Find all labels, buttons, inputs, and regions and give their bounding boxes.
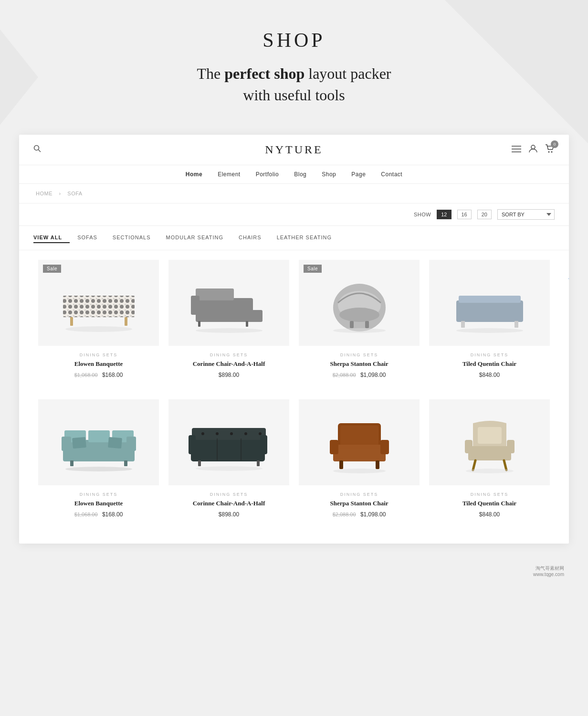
product-name-5: Elowen Banquette [38, 500, 159, 507]
filter-tab-modular[interactable]: MODULAR SEATING [166, 233, 231, 243]
filter-tab-sofas[interactable]: SOFAS [77, 233, 105, 243]
search-icon[interactable] [33, 145, 41, 154]
breadcrumb-home[interactable]: HOME [36, 191, 52, 196]
nav-right: 0 [381, 144, 555, 155]
product-price-4: $848.00 [429, 372, 550, 378]
product-price-sale-2: $898.00 [219, 372, 239, 378]
svg-rect-67 [465, 440, 472, 453]
svg-rect-16 [196, 289, 234, 300]
nav-link-element[interactable]: Element [218, 171, 241, 178]
svg-rect-11 [63, 296, 135, 317]
nav-logo: NYTURE [207, 143, 381, 156]
product-category-5: DINING SETS [38, 492, 159, 497]
svg-rect-62 [340, 426, 378, 449]
nav-link-shop[interactable]: Shop [322, 171, 336, 178]
svg-rect-55 [198, 460, 201, 466]
product-price-3: $2,088.00 $1,098.00 [299, 372, 420, 378]
filter-tab-leather[interactable]: LEATHER SEATING [277, 233, 339, 243]
svg-rect-68 [507, 440, 514, 453]
product-card-1[interactable]: Sale [33, 250, 164, 390]
product-image-5 [38, 399, 159, 485]
svg-point-57 [196, 466, 262, 471]
hero-title: SHOP [10, 29, 578, 52]
product-name-6: Corinne Chair-And-A-Half [168, 500, 289, 507]
cart-icon[interactable]: 0 [545, 144, 555, 155]
product-image-2 [168, 260, 289, 346]
product-category-2: DINING SETS [168, 353, 289, 357]
svg-point-5 [531, 145, 535, 149]
breadcrumb-separator: › [59, 191, 61, 196]
svg-point-14 [65, 326, 132, 332]
main-nav: Home Element Portfolio Blog Shop Page Co… [19, 165, 569, 184]
filter-tab-sectionals[interactable]: SECTIONALS [113, 233, 158, 243]
nav-link-contact[interactable]: Contact [381, 171, 402, 178]
bottom-watermark: 淘气哥素材网 www.tqge.com [0, 563, 588, 582]
show-label: SHOW [414, 212, 431, 217]
svg-rect-44 [191, 438, 265, 461]
product-price-8: $848.00 [429, 511, 550, 518]
sort-by-select[interactable]: SORT BY Price: Low to High Price: High t… [497, 209, 555, 220]
product-price-original-3: $2,088.00 [333, 372, 356, 378]
bottom-watermark-line1: 淘气哥素材网 [24, 565, 564, 572]
show-20-button[interactable]: 20 [477, 210, 492, 219]
svg-rect-63 [339, 460, 343, 469]
filter-tabs: VIEW ALL SOFAS SECTIONALS MODULAR SEATIN… [19, 226, 569, 250]
product-name-4: Tiled Quentin Chair [429, 360, 550, 368]
svg-point-6 [548, 151, 550, 152]
show-12-button[interactable]: 12 [437, 210, 451, 219]
product-price-2: $898.00 [168, 372, 289, 378]
cart-badge: 0 [551, 140, 558, 148]
svg-point-50 [259, 432, 262, 435]
product-image-6 [168, 399, 289, 485]
product-grid: Sale [19, 250, 569, 544]
svg-line-70 [473, 460, 475, 470]
product-card-2[interactable]: DINING SETS Corinne Chair-And-A-Half $89… [164, 250, 294, 390]
svg-rect-19 [198, 321, 200, 327]
hamburger-icon[interactable] [512, 145, 521, 155]
product-card-4[interactable]: DINING SETS Tiled Quentin Chair $848.00 … [424, 250, 555, 390]
svg-point-21 [196, 328, 262, 333]
product-image-3: Sale [299, 260, 420, 346]
svg-point-47 [216, 432, 219, 435]
watermark: ☁ AlileyUun [568, 269, 569, 282]
hero-subtitle-bold: perfect shop [224, 65, 304, 82]
product-category-3: DINING SETS [299, 353, 420, 357]
product-name-2: Corinne Chair-And-A-Half [168, 360, 289, 368]
svg-rect-29 [459, 296, 521, 303]
nav-link-home[interactable]: Home [186, 171, 202, 178]
svg-point-7 [551, 151, 553, 152]
product-price-sale-4: $848.00 [479, 372, 500, 378]
filter-tab-chairs[interactable]: CHAIRS [239, 233, 269, 243]
svg-rect-12 [70, 317, 73, 326]
product-price-6: $898.00 [168, 511, 289, 518]
toolbar: SHOW 12 16 20 SORT BY Price: Low to High… [19, 203, 569, 226]
product-category-7: DINING SETS [299, 492, 420, 497]
hero-section: SHOP The perfect shop layout packer with… [0, 0, 588, 125]
svg-rect-64 [376, 460, 379, 469]
nav-link-portfolio[interactable]: Portfolio [256, 171, 279, 178]
product-price-sale-5: $168.00 [102, 511, 123, 518]
svg-rect-66 [468, 446, 511, 460]
svg-rect-13 [125, 317, 127, 326]
shop-window: NYTURE [19, 135, 569, 544]
svg-rect-30 [461, 321, 465, 328]
page-wrapper: SHOP The perfect shop layout packer with… [0, 0, 588, 582]
svg-point-0 [34, 146, 39, 150]
sale-badge-1: Sale [43, 265, 61, 273]
product-category-4: DINING SETS [429, 353, 550, 357]
nav-link-page[interactable]: Page [351, 171, 366, 178]
product-price-sale-7: $1,098.00 [360, 511, 386, 518]
svg-point-49 [244, 432, 247, 435]
show-16-button[interactable]: 16 [457, 210, 472, 219]
nav-link-blog[interactable]: Blog [294, 171, 306, 178]
product-card-5[interactable]: DINING SETS Elowen Banquette $1,068.00 $… [33, 390, 164, 529]
svg-line-1 [39, 150, 41, 152]
product-card-7[interactable]: DINING SETS Sherpa Stanton Chair $2,088.… [294, 390, 424, 529]
product-card-3[interactable]: Sale DINING SETS [294, 250, 424, 390]
bottom-watermark-line2: www.tqge.com [24, 572, 564, 577]
user-icon[interactable] [529, 144, 537, 155]
filter-tab-viewall[interactable]: VIEW ALL [33, 233, 70, 243]
product-name-3: Sherpa Stanton Chair [299, 360, 420, 368]
product-card-6[interactable]: DINING SETS Corinne Chair-And-A-Half $89… [164, 390, 294, 529]
product-card-8[interactable]: DINING SETS Tiled Quentin Chair $848.00 [424, 390, 555, 529]
